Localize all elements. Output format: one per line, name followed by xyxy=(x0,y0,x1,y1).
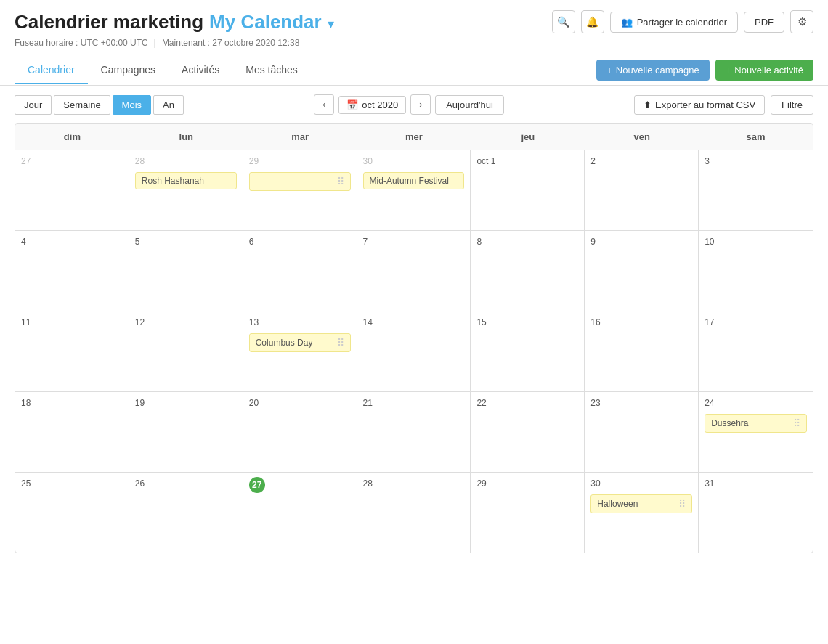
timezone-label: Fuseau horaire : UTC +00:00 UTC xyxy=(15,38,148,48)
day-oct30[interactable]: 30 Halloween ⠿ xyxy=(585,473,699,553)
tabs-bar: Calendrier Campagnes Activités Mes tâche… xyxy=(0,55,828,86)
view-month-button[interactable]: Mois xyxy=(113,95,151,115)
settings-button[interactable]: ⚙ xyxy=(790,10,813,33)
col-header-jeu: jeu xyxy=(471,124,585,150)
day-num: 19 xyxy=(135,398,145,408)
day-oct14[interactable]: 14 xyxy=(357,311,471,391)
event-halloween[interactable]: Halloween ⠿ xyxy=(590,494,692,513)
day-num: 9 xyxy=(590,237,596,247)
new-activity-label: Nouvelle activité xyxy=(734,65,803,76)
tab-activites[interactable]: Activités xyxy=(169,57,232,84)
event-pattern-icon: ⠿ xyxy=(337,176,344,187)
day-oct18[interactable]: 18 xyxy=(15,392,129,472)
day-oct12[interactable]: 12 xyxy=(129,311,243,391)
col-header-sam: sam xyxy=(699,124,813,150)
day-oct28[interactable]: 28 xyxy=(357,473,471,553)
event-label: Rosh Hashanah xyxy=(142,176,204,186)
event-pattern-icon: ⠿ xyxy=(678,498,686,510)
day-oct17[interactable]: 17 xyxy=(699,311,813,391)
day-num: 14 xyxy=(363,317,373,327)
day-oct21[interactable]: 21 xyxy=(357,392,471,472)
day-oct3[interactable]: 3 xyxy=(699,150,813,230)
export-csv-button[interactable]: ⬆ Exporter au format CSV xyxy=(634,95,765,115)
day-oct19[interactable]: 19 xyxy=(129,392,243,472)
day-num: 26 xyxy=(135,478,145,489)
day-num: oct 1 xyxy=(476,156,495,166)
day-num: 20 xyxy=(249,398,259,408)
day-oct4[interactable]: 4 xyxy=(15,231,129,311)
day-oct6[interactable]: 6 xyxy=(243,231,357,311)
new-campaign-button[interactable]: + Nouvelle campagne xyxy=(596,60,710,81)
tab-mes-taches[interactable]: Mes tâches xyxy=(232,57,311,84)
search-button[interactable]: 🔍 xyxy=(552,10,575,33)
event-dussehra[interactable]: Dussehra ⠿ xyxy=(705,414,807,433)
day-oct8[interactable]: 8 xyxy=(471,231,585,311)
event-mid-autumn[interactable]: Mid-Autumn Festival xyxy=(363,172,465,189)
notification-button[interactable]: 🔔 xyxy=(581,10,604,33)
day-oct10[interactable]: 10 xyxy=(699,231,813,311)
calendar-grid: dim lun mar mer jeu ven sam 27 28 Rosh H… xyxy=(15,123,813,553)
day-sep30[interactable]: 30 Mid-Autumn Festival xyxy=(357,150,471,230)
export-icon: ⬆ xyxy=(644,99,652,110)
day-oct25[interactable]: 25 xyxy=(15,473,129,553)
day-sep27[interactable]: 27 xyxy=(15,150,129,230)
day-oct1[interactable]: oct 1 xyxy=(471,150,585,230)
pdf-button[interactable]: PDF xyxy=(744,12,784,33)
filter-button[interactable]: Filtre xyxy=(771,95,813,115)
current-time-label: Maintenant : 27 octobre 2020 12:38 xyxy=(162,38,299,48)
event-label: Halloween xyxy=(597,499,638,509)
day-num: 25 xyxy=(21,478,31,489)
header-actions: 🔍 🔔 👥 Partager le calendrier PDF ⚙ xyxy=(552,10,813,33)
day-oct20[interactable]: 20 xyxy=(243,392,357,472)
top-header: Calendrier marketing My Calendar ▾ 🔍 🔔 👥… xyxy=(0,0,828,38)
day-oct31[interactable]: 31 xyxy=(699,473,813,553)
calendar-week-4: 18 19 20 21 22 23 24 Dussehra ⠿ xyxy=(15,392,813,473)
day-num: 29 xyxy=(476,478,486,489)
day-oct23[interactable]: 23 xyxy=(585,392,699,472)
day-num: 30 xyxy=(363,156,373,166)
day-oct16[interactable]: 16 xyxy=(585,311,699,391)
day-num: 17 xyxy=(705,317,714,327)
day-sep29[interactable]: 29 ⠿ xyxy=(243,150,357,230)
tab-calendrier[interactable]: Calendrier xyxy=(15,57,88,84)
day-oct27-today[interactable]: 27 xyxy=(243,473,357,553)
share-calendar-button[interactable]: 👥 Partager le calendrier xyxy=(610,12,738,33)
tab-campagnes[interactable]: Campagnes xyxy=(88,57,169,84)
day-num: 2 xyxy=(590,156,596,166)
day-oct15[interactable]: 15 xyxy=(471,311,585,391)
title-area: Calendrier marketing My Calendar ▾ xyxy=(15,11,334,33)
day-oct2[interactable]: 2 xyxy=(585,150,699,230)
calendar-week-2: 4 5 6 7 8 9 10 xyxy=(15,231,813,311)
day-oct5[interactable]: 5 xyxy=(129,231,243,311)
view-year-button[interactable]: An xyxy=(153,95,184,115)
event-rosh-hashanah[interactable]: Rosh Hashanah xyxy=(135,172,237,189)
event-pattern-icon: ⠿ xyxy=(337,337,344,349)
day-oct26[interactable]: 26 xyxy=(129,473,243,553)
day-num: 6 xyxy=(249,237,254,247)
calendar-week-1: 27 28 Rosh Hashanah 29 ⠿ 30 Mid-Autumn F… xyxy=(15,150,813,231)
day-oct9[interactable]: 9 xyxy=(585,231,699,311)
calendar-name[interactable]: My Calendar xyxy=(209,11,322,33)
day-sep28[interactable]: 28 Rosh Hashanah xyxy=(129,150,243,230)
event-sep29[interactable]: ⠿ xyxy=(249,172,351,191)
event-pattern-icon: ⠿ xyxy=(793,417,800,429)
calendar-chevron-icon[interactable]: ▾ xyxy=(328,16,334,32)
month-navigation: ‹ 📅 oct 2020 › Aujourd'hui xyxy=(314,94,504,115)
day-oct13[interactable]: 13 Columbus Day ⠿ xyxy=(243,311,357,391)
day-oct24[interactable]: 24 Dussehra ⠿ xyxy=(699,392,813,472)
prev-month-button[interactable]: ‹ xyxy=(314,94,334,115)
day-oct11[interactable]: 11 xyxy=(15,311,129,391)
event-label: Mid-Autumn Festival xyxy=(370,176,449,186)
event-columbus-day[interactable]: Columbus Day ⠿ xyxy=(249,333,351,352)
right-toolbar-actions: ⬆ Exporter au format CSV Filtre xyxy=(634,95,813,115)
next-month-button[interactable]: › xyxy=(410,94,431,115)
view-week-button[interactable]: Semaine xyxy=(54,95,110,115)
view-day-button[interactable]: Jour xyxy=(15,95,52,115)
day-oct22[interactable]: 22 xyxy=(471,392,585,472)
current-month-display[interactable]: 📅 oct 2020 xyxy=(338,96,406,114)
day-oct29[interactable]: 29 xyxy=(471,473,585,553)
day-num: 24 xyxy=(705,398,714,408)
day-oct7[interactable]: 7 xyxy=(357,231,471,311)
new-activity-button[interactable]: + Nouvelle activité xyxy=(715,60,813,81)
today-button[interactable]: Aujourd'hui xyxy=(435,95,504,115)
